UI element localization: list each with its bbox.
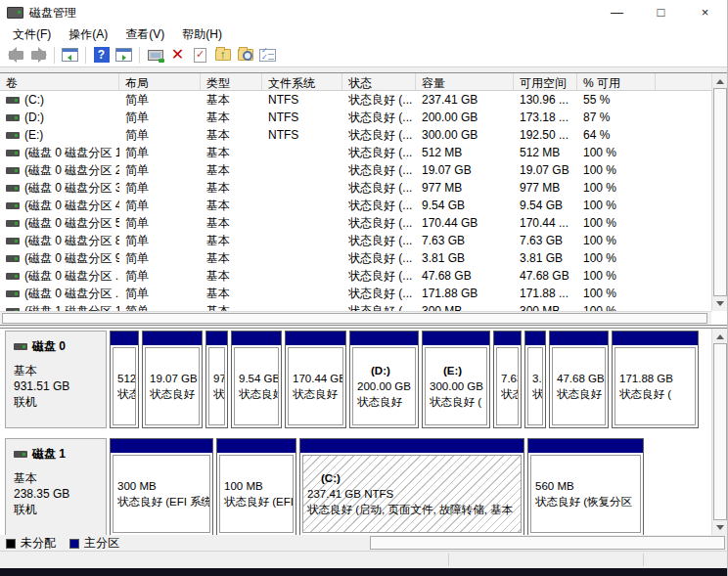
menu-item-1[interactable]: 文件(F) xyxy=(4,25,60,44)
partition[interactable]: 977 MB状态良好 xyxy=(205,331,228,428)
partition[interactable]: 560 MB状态良好 (恢复分区 xyxy=(527,438,644,536)
partition-body[interactable]: 47.68 GB状态良好 xyxy=(552,347,606,425)
table-row[interactable]: (磁盘 0 磁盘分区 3)简单基本状态良好 (...977 MB977 MB10… xyxy=(0,179,711,197)
console-tree-window-button[interactable] xyxy=(59,45,81,66)
partition-body[interactable]: 977 MB状态良好 xyxy=(208,347,225,425)
partition-body[interactable]: 560 MB状态良好 (恢复分区 xyxy=(530,455,641,533)
column-header-2[interactable]: 布局 xyxy=(119,73,201,90)
disk-label-panel[interactable]: 磁盘 0基本931.51 GB联机 xyxy=(5,331,107,428)
column-header-6[interactable]: 容量 xyxy=(416,73,514,90)
partition-size: 237.41 GB NTFS xyxy=(307,486,521,502)
partition-body[interactable]: 170.44 GB状态良好 xyxy=(288,347,343,425)
partition-body[interactable]: 100 MB状态良好 (EFI xyxy=(219,455,294,533)
scrollbar-thumb[interactable] xyxy=(713,343,727,520)
table-row[interactable]: (磁盘 0 磁盘分区 2)简单基本状态良好 (...19.07 GB19.07 … xyxy=(0,161,711,179)
table-row[interactable]: (磁盘 0 磁盘分区 ...简单基本状态良好 (...47.68 GB47.68… xyxy=(0,267,711,285)
cell-free: 300 MB xyxy=(514,304,577,311)
partition-type-band xyxy=(300,439,523,453)
partition[interactable]: (C:)237.41 GB NTFS状态良好 (启动, 页面文件, 故障转储, … xyxy=(299,438,524,536)
minimize-button[interactable]: — xyxy=(595,0,639,23)
partition[interactable]: 9.54 GB状态良好 xyxy=(231,331,282,428)
partition[interactable]: 100 MB状态良好 (EFI xyxy=(216,438,296,536)
partition-body[interactable]: 171.88 GB状态良好 ( xyxy=(614,347,696,425)
partition[interactable]: 512 MB状态良好 xyxy=(110,331,139,428)
column-header-7[interactable]: 可用空间 xyxy=(514,73,577,90)
partition-body[interactable]: 9.54 GB状态良好 xyxy=(234,347,279,425)
graphical-view-horizontal-scrollbar[interactable] xyxy=(370,536,725,550)
volume-list-horizontal-scrollbar[interactable] xyxy=(0,311,711,325)
table-row[interactable]: (磁盘 0 磁盘分区 5)简单基本状态良好 (...170.44 GB170.4… xyxy=(0,214,711,232)
partition[interactable]: 19.07 GB状态良好 xyxy=(142,331,203,428)
menu-item-4[interactable]: 帮助(H) xyxy=(173,25,231,44)
column-header-8[interactable]: % 可用 xyxy=(577,73,656,90)
menu-item-2[interactable]: 操作(A) xyxy=(60,25,116,44)
table-row[interactable]: (磁盘 0 磁盘分区 9)简单基本状态良好 (...3.81 GB3.81 GB… xyxy=(0,249,711,267)
partition[interactable]: 3.81 GB状态良好 xyxy=(524,331,546,428)
table-row[interactable]: (磁盘 0 磁盘分区 4)简单基本状态良好 (...9.54 GB9.54 GB… xyxy=(0,197,711,214)
volume-drive-icon xyxy=(6,114,20,121)
partition-body[interactable]: (E:)300.00 GB状态良好 ( xyxy=(425,347,487,425)
maximize-button[interactable]: □ xyxy=(639,0,683,23)
cell-volume: (磁盘 1 磁盘分区 1) xyxy=(0,303,119,312)
partition-body[interactable]: 7.63 GB状态良好 xyxy=(496,347,519,425)
scrollbar-thumb[interactable] xyxy=(2,313,707,324)
partition[interactable]: 171.88 GB状态良好 ( xyxy=(612,331,699,428)
scroll-up-icon[interactable] xyxy=(712,73,728,88)
scroll-down-icon[interactable] xyxy=(712,520,728,535)
partition[interactable]: 7.63 GB状态良好 xyxy=(493,331,522,428)
column-header-1[interactable]: 卷 xyxy=(0,73,119,90)
partition-body[interactable]: 3.81 GB状态良好 xyxy=(527,347,543,425)
scrollbar-thumb[interactable] xyxy=(713,88,727,296)
properties-check-button[interactable] xyxy=(189,45,211,66)
folder-search-button[interactable] xyxy=(234,45,256,66)
table-row[interactable]: (磁盘 0 磁盘分区 1)简单基本状态良好 (...512 MB512 MB10… xyxy=(0,144,711,161)
table-row[interactable]: (C:)简单基本NTFS状态良好 (...237.41 GB130.96 ...… xyxy=(0,91,711,109)
partition-body[interactable]: 19.07 GB状态良好 xyxy=(145,347,200,425)
column-header-5[interactable]: 状态 xyxy=(342,73,416,90)
table-row[interactable]: (磁盘 0 磁盘分区 ...简单基本状态良好 (...171.88 GB171.… xyxy=(0,285,711,302)
cell-layout: 简单 xyxy=(119,127,201,144)
cell-status: 状态良好 (... xyxy=(342,250,416,267)
partition[interactable]: (D:)200.00 GB状态良好 xyxy=(349,331,419,428)
scroll-down-icon[interactable] xyxy=(712,296,728,311)
cell-volume: (磁盘 0 磁盘分区 1) xyxy=(0,145,119,161)
cell-layout: 简单 xyxy=(119,162,201,179)
partition-body[interactable]: (C:)237.41 GB NTFS状态良好 (启动, 页面文件, 故障转储, … xyxy=(302,455,522,533)
legend-item-2: 主分区 xyxy=(69,535,119,551)
rescan-disks-button[interactable] xyxy=(144,45,166,66)
partition-body[interactable]: (D:)200.00 GB状态良好 xyxy=(352,347,416,425)
partition-body[interactable]: 512 MB状态良好 xyxy=(113,347,136,425)
column-header-4[interactable]: 文件系统 xyxy=(262,73,342,90)
volume-list-vertical-scrollbar[interactable] xyxy=(711,73,728,311)
forward-arrow-button[interactable] xyxy=(27,45,50,66)
back-arrow-button[interactable] xyxy=(5,45,27,66)
help-button[interactable]: ? xyxy=(90,45,113,66)
cell-layout: 简单 xyxy=(119,215,201,232)
folder-up-button[interactable] xyxy=(211,45,234,66)
action-pane-window-button[interactable] xyxy=(113,45,135,66)
delete-button[interactable]: ✕ xyxy=(166,45,189,66)
partition-status: 状态良好 (EFI 系统 xyxy=(117,494,209,510)
cell-fs: NTFS xyxy=(262,128,342,142)
toolbar-separator xyxy=(139,47,140,64)
partition-name: (D:) xyxy=(357,363,415,378)
partition[interactable]: (E:)300.00 GB状态良好 ( xyxy=(422,331,490,428)
disk-name-text: 磁盘 0 xyxy=(32,338,66,355)
partition[interactable]: 300 MB状态良好 (EFI 系统 xyxy=(110,438,213,536)
disk-label-panel[interactable]: 磁盘 1基本238.35 GB联机 xyxy=(5,438,107,536)
table-row[interactable]: (D:)简单基本NTFS状态良好 (...200.00 GB173.18 ...… xyxy=(0,109,711,126)
partition[interactable]: 47.68 GB状态良好 xyxy=(549,331,609,428)
table-row[interactable]: (磁盘 1 磁盘分区 1)简单基本状态良好 (...300 MB300 MB10… xyxy=(0,302,711,311)
table-row[interactable]: (E:)简单基本NTFS状态良好 (...300.00 GB192.50 ...… xyxy=(0,126,711,144)
cell-layout: 简单 xyxy=(119,110,201,126)
graphical-view-vertical-scrollbar[interactable] xyxy=(711,329,728,535)
table-row[interactable]: (磁盘 0 磁盘分区 8)简单基本状态良好 (...7.63 GB7.63 GB… xyxy=(0,232,711,249)
scroll-up-icon[interactable] xyxy=(712,329,728,343)
partition[interactable]: 170.44 GB状态良好 xyxy=(285,331,346,428)
close-button[interactable]: × xyxy=(683,0,727,23)
menu-item-3[interactable]: 查看(V) xyxy=(116,25,173,44)
partition-body[interactable]: 300 MB状态良好 (EFI 系统 xyxy=(113,455,210,533)
volume-label: (磁盘 0 磁盘分区 8) xyxy=(24,233,119,249)
column-header-3[interactable]: 类型 xyxy=(201,73,262,90)
view-checklist-button[interactable] xyxy=(256,45,279,66)
